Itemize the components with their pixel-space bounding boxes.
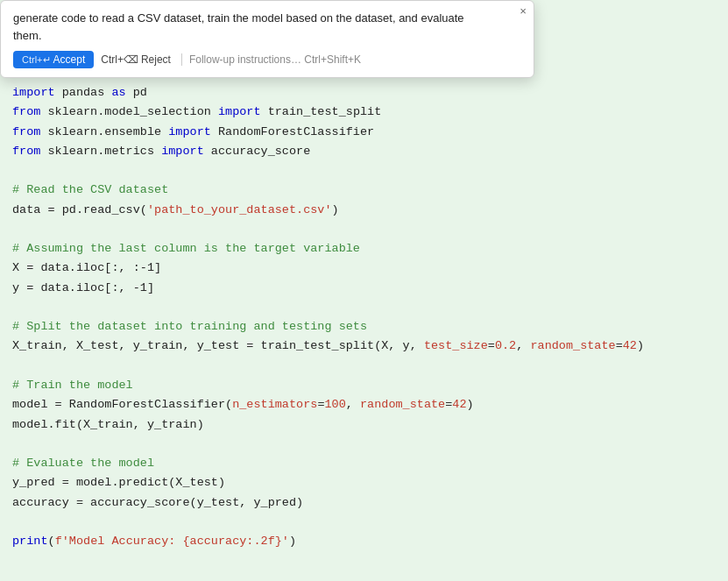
code-line-21: y_pred = model.predict(X_test) bbox=[12, 473, 716, 492]
code-line-6: # Read the CSV dataset bbox=[12, 181, 716, 200]
code-line-9: # Assuming the last column is the target… bbox=[12, 239, 716, 259]
code-line-22: accuracy = accuracy_score(y_test, y_pred… bbox=[12, 493, 716, 513]
code-line-11: y = data.iloc[:, -1] bbox=[12, 279, 716, 298]
code-line-15 bbox=[12, 357, 716, 376]
prompt-description: generate code to read a CSV dataset, tra… bbox=[13, 10, 521, 44]
code-line-1: import pandas as pd bbox=[12, 83, 716, 103]
code-line-23 bbox=[12, 513, 716, 532]
code-line-18: model.fit(X_train, y_train) bbox=[12, 415, 716, 435]
reject-button[interactable]: Ctrl+⌫ Reject bbox=[101, 53, 171, 66]
code-line-5 bbox=[12, 161, 716, 181]
accept-button[interactable]: Ctrl+↵ Accept bbox=[13, 51, 94, 68]
close-icon[interactable]: × bbox=[519, 6, 527, 18]
followup-instructions[interactable]: Follow-up instructions… Ctrl+Shift+K bbox=[181, 53, 361, 66]
ai-prompt-popup: × generate code to read a CSV dataset, t… bbox=[0, 0, 534, 78]
code-line-14: X_train, X_test, y_train, y_test = train… bbox=[12, 337, 716, 356]
code-line-7: data = pd.read_csv('path_to_your_dataset… bbox=[12, 201, 716, 220]
code-line-2: from sklearn.model_selection import trai… bbox=[12, 103, 716, 122]
popup-action-bar: Ctrl+↵ Accept Ctrl+⌫ Reject Follow-up in… bbox=[13, 51, 521, 68]
code-line-20: # Evaluate the model bbox=[12, 454, 716, 473]
accept-kbd: Ctrl+↵ bbox=[22, 54, 51, 66]
code-line-3: from sklearn.ensemble import RandomFores… bbox=[12, 123, 716, 142]
code-line-12 bbox=[12, 298, 716, 317]
code-line-19 bbox=[12, 435, 716, 454]
code-line-24: print(f'Model Accuracy: {accuracy:.2f}') bbox=[12, 532, 716, 551]
reject-kbd: Ctrl+⌫ bbox=[101, 53, 138, 66]
code-line-17: model = RandomForestClassifier(n_estimat… bbox=[12, 395, 716, 414]
code-line-10: X = data.iloc[:, :-1] bbox=[12, 259, 716, 278]
code-line-13: # Split the dataset into training and te… bbox=[12, 317, 716, 337]
code-line-16: # Train the model bbox=[12, 376, 716, 395]
code-line-4: from sklearn.metrics import accuracy_sco… bbox=[12, 142, 716, 161]
code-line-8 bbox=[12, 220, 716, 239]
code-editor: import pandas as pd from sklearn.model_s… bbox=[0, 0, 728, 581]
reject-label: Reject bbox=[141, 53, 171, 66]
accept-label: Accept bbox=[53, 53, 86, 66]
